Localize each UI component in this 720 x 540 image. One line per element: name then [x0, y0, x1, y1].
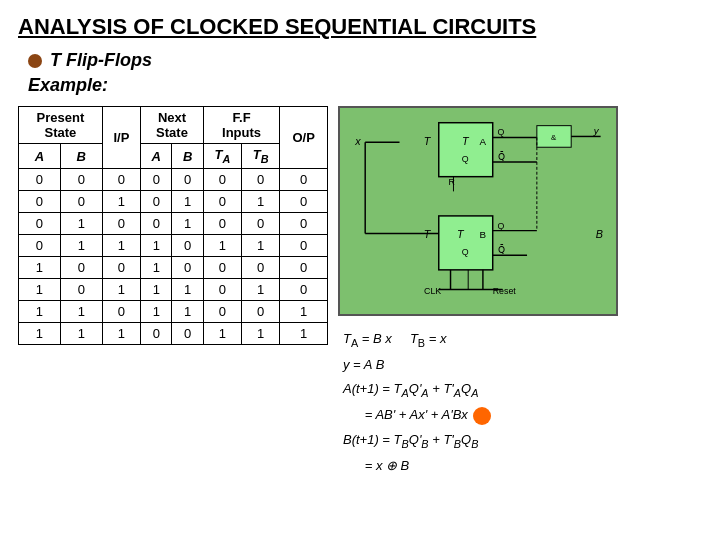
- truth-table: PresentState I/P NextState F.FInputs O/P…: [18, 106, 328, 345]
- table-cell: 0: [242, 168, 280, 190]
- svg-text:Reset: Reset: [493, 287, 517, 297]
- table-cell: 0: [172, 168, 203, 190]
- table-cell: 0: [141, 212, 172, 234]
- table-row: 10010000: [19, 256, 328, 278]
- table-cell: 0: [280, 190, 328, 212]
- table-cell: 0: [141, 168, 172, 190]
- table-cell: 1: [141, 256, 172, 278]
- svg-text:B: B: [596, 229, 603, 241]
- table-row: 01001000: [19, 212, 328, 234]
- orange-circle: [473, 407, 491, 425]
- th-TA: TA: [203, 144, 241, 169]
- svg-text:&: &: [551, 134, 557, 143]
- table-cell: 0: [60, 278, 102, 300]
- th-nA: A: [141, 144, 172, 169]
- table-cell: 0: [242, 212, 280, 234]
- table-cell: 0: [172, 234, 203, 256]
- table-cell: 0: [203, 300, 241, 322]
- table-cell: 0: [60, 190, 102, 212]
- th-ip: I/P: [102, 107, 140, 169]
- th-ff-inputs: F.FInputs: [203, 107, 279, 144]
- table-cell: 0: [203, 256, 241, 278]
- svg-text:A: A: [480, 137, 487, 148]
- svg-text:x: x: [354, 136, 361, 148]
- table-cell: 0: [172, 322, 203, 344]
- table-cell: 1: [172, 190, 203, 212]
- table-cell: 0: [102, 212, 140, 234]
- th-B: B: [60, 144, 102, 169]
- table-cell: 0: [19, 190, 61, 212]
- table-cell: 1: [172, 278, 203, 300]
- equations-panel: TA = B x TB = x y = A B A(t+1) = TAQ'A +…: [338, 324, 702, 478]
- table-cell: 1: [203, 234, 241, 256]
- example-label: Example:: [28, 75, 702, 96]
- table-cell: 0: [242, 256, 280, 278]
- right-panel: T Q A T Q Q̄ & y: [338, 106, 702, 478]
- table-cell: 1: [141, 234, 172, 256]
- table-cell: 1: [242, 278, 280, 300]
- table-row: 01110110: [19, 234, 328, 256]
- eq-line-3: A(t+1) = TAQ'A + T'AQA: [343, 378, 702, 402]
- table-row: 00000000: [19, 168, 328, 190]
- table-cell: 0: [280, 256, 328, 278]
- table-cell: 0: [102, 300, 140, 322]
- svg-text:Q: Q: [462, 154, 469, 164]
- eq-line-4: = AB' + Ax' + A'Bx: [343, 404, 702, 426]
- table-cell: 0: [102, 256, 140, 278]
- table-cell: 0: [203, 168, 241, 190]
- table-cell: 1: [19, 256, 61, 278]
- table-cell: 0: [280, 234, 328, 256]
- table-cell: 0: [102, 168, 140, 190]
- svg-text:CLK: CLK: [424, 287, 441, 297]
- table-cell: 0: [280, 168, 328, 190]
- th-TB: TB: [242, 144, 280, 169]
- table-cell: 1: [19, 322, 61, 344]
- table-cell: 1: [60, 300, 102, 322]
- svg-text:Q: Q: [498, 128, 505, 138]
- table-cell: 0: [172, 256, 203, 278]
- table-row: 00101010: [19, 190, 328, 212]
- svg-text:Q̄: Q̄: [498, 151, 505, 162]
- bullet-icon: [28, 54, 42, 68]
- table-cell: 1: [280, 300, 328, 322]
- svg-text:Q: Q: [498, 221, 505, 231]
- table-cell: 1: [141, 300, 172, 322]
- table-cell: 0: [19, 212, 61, 234]
- svg-text:Q: Q: [462, 248, 469, 258]
- th-nB: B: [172, 144, 203, 169]
- table-cell: 1: [242, 322, 280, 344]
- table-cell: 0: [203, 190, 241, 212]
- table-cell: 1: [19, 300, 61, 322]
- table-cell: 1: [172, 300, 203, 322]
- table-cell: 0: [242, 300, 280, 322]
- table-cell: 1: [60, 322, 102, 344]
- table-cell: 1: [203, 322, 241, 344]
- table-cell: 1: [102, 322, 140, 344]
- eq-line-6: = x ⊕ B: [343, 455, 702, 477]
- eq-line-2: y = A B: [343, 354, 702, 376]
- table-cell: 1: [280, 322, 328, 344]
- table-cell: 0: [60, 256, 102, 278]
- table-cell: 1: [102, 234, 140, 256]
- table-cell: 0: [19, 234, 61, 256]
- table-cell: 0: [60, 168, 102, 190]
- page-title: ANALYSIS OF CLOCKED SEQUENTIAL CIRCUITS: [18, 14, 702, 40]
- table-cell: 0: [141, 322, 172, 344]
- flipflop-label: T Flip-Flops: [50, 50, 152, 71]
- table-cell: 1: [172, 212, 203, 234]
- th-A: A: [19, 144, 61, 169]
- table-cell: 1: [102, 278, 140, 300]
- table-cell: 0: [280, 212, 328, 234]
- th-next-state: NextState: [141, 107, 204, 144]
- eq-line-5: B(t+1) = TBQ'B + T'BQB: [343, 429, 702, 453]
- svg-rect-19: [439, 216, 493, 270]
- table-cell: 1: [141, 278, 172, 300]
- svg-text:Q̄: Q̄: [498, 245, 505, 256]
- table-cell: 1: [242, 234, 280, 256]
- table-cell: 0: [203, 278, 241, 300]
- table-cell: 1: [242, 190, 280, 212]
- table-row: 10111010: [19, 278, 328, 300]
- table-panel: PresentState I/P NextState F.FInputs O/P…: [18, 106, 328, 478]
- svg-text:R: R: [449, 177, 455, 187]
- table-cell: 0: [203, 212, 241, 234]
